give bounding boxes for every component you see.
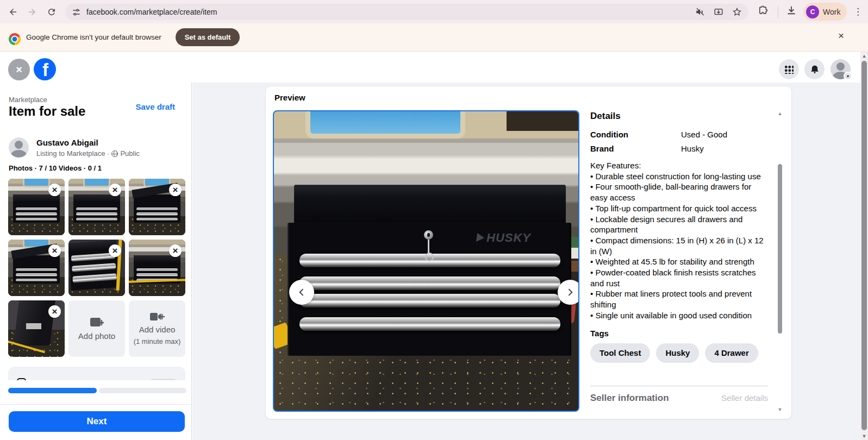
description-line: • Single unit available in good used con… <box>590 310 770 321</box>
install-icon[interactable] <box>714 7 723 17</box>
next-button[interactable]: Next <box>9 411 185 432</box>
preview-card: Preview <box>265 86 792 419</box>
main-content: Preview <box>192 83 860 440</box>
remove-photo-button[interactable]: × <box>169 244 182 257</box>
details-scrollbar: ▲ ▼ <box>776 111 784 412</box>
globe-icon <box>111 150 118 157</box>
banner-text: Google Chrome isn't your default browser <box>26 33 161 41</box>
bookmark-star-icon[interactable] <box>732 7 742 17</box>
reload-icon[interactable] <box>44 4 59 20</box>
sidebar-divider <box>0 404 192 405</box>
mute-icon[interactable] <box>695 7 705 17</box>
close-listing-button[interactable]: × <box>8 59 30 80</box>
apps-grid-icon <box>784 65 794 74</box>
facebook-logo[interactable]: f <box>34 58 56 80</box>
chevron-down-icon[interactable]: ▾ <box>844 72 852 80</box>
preview-heading: Preview <box>274 93 305 102</box>
toolbar-divider <box>778 7 778 17</box>
url-text[interactable]: facebook.com/marketplace/create/item <box>86 8 695 16</box>
thumb-tool-chest <box>13 255 59 284</box>
add-photo-button[interactable]: Add photo <box>68 300 125 357</box>
extensions-icon[interactable] <box>758 5 769 18</box>
listing-audience: Listing to Marketplace · Public <box>36 149 140 158</box>
chrome-logo-icon <box>9 33 21 45</box>
add-photo-icon <box>90 317 104 329</box>
photo-thumbnail[interactable]: × <box>8 240 65 296</box>
thumb-window <box>23 179 50 187</box>
description-line: • Weighted at 45.5 lb for stability and … <box>590 256 770 267</box>
husky-dog-icon <box>476 233 485 243</box>
scrollbar-thumb[interactable] <box>861 61 867 430</box>
site-info-icon[interactable] <box>72 8 81 17</box>
apps-menu-button[interactable] <box>779 59 799 79</box>
photo-thumbnail[interactable]: × <box>68 240 125 296</box>
carousel-previous-button[interactable] <box>289 280 314 305</box>
photo-thumbnail[interactable]: × <box>8 179 65 235</box>
address-bar[interactable]: facebook.com/marketplace/create/item <box>65 4 748 20</box>
detail-value: Husky <box>681 144 704 153</box>
window-scrollbar: ▲ ▼ <box>860 52 868 440</box>
carousel-next-button[interactable] <box>558 280 579 305</box>
husky-logo: HUSKY <box>477 231 531 245</box>
browser-profile-chip[interactable]: C Work <box>803 3 847 21</box>
detail-label: Brand <box>590 144 681 153</box>
remove-photo-button[interactable]: × <box>48 305 61 318</box>
tag-pill[interactable]: Tool Chest <box>590 343 650 363</box>
scroll-up-arrow[interactable]: ▲ <box>860 53 868 59</box>
detail-row: Brand Husky <box>590 144 770 153</box>
detail-row: Condition Used - Good <box>590 130 770 139</box>
description-line: • Lockable design secures all drawers an… <box>590 214 770 235</box>
save-draft-link[interactable]: Save draft <box>135 102 175 111</box>
tag-pill[interactable]: 4 Drawer <box>705 343 758 363</box>
phone-icon <box>17 378 26 380</box>
description-line: • Compact dimensions: 15 in (H) x 26 in … <box>590 235 770 256</box>
photo-thumbnail[interactable]: × <box>68 179 125 235</box>
description: Key Features: • Durable steel constructi… <box>590 160 770 321</box>
keyhole <box>424 230 433 240</box>
thumb-window <box>83 179 110 187</box>
seller-name: Gustavo Abigail <box>36 138 98 147</box>
remove-photo-button[interactable]: × <box>169 184 182 196</box>
description-line: • Durable steel construction for long-la… <box>590 171 770 182</box>
browser-window: facebook.com/marketplace/create/item <box>0 0 868 440</box>
facebook-header: × f ▾ <box>0 52 868 83</box>
photo-thumbnail[interactable]: × <box>129 179 185 235</box>
add-video-button[interactable]: Add video (1 minute max) <box>129 300 185 357</box>
scroll-up-arrow[interactable]: ▲ <box>777 111 783 116</box>
chevron-right-icon <box>565 287 576 298</box>
scroll-down-arrow[interactable]: ▼ <box>860 433 868 439</box>
banner-close-icon[interactable]: × <box>838 30 844 42</box>
back-icon[interactable] <box>5 4 21 20</box>
download-icon[interactable] <box>786 5 797 18</box>
detail-value: Used - Good <box>681 130 727 139</box>
remove-photo-button[interactable]: × <box>48 184 61 196</box>
set-as-default-button[interactable]: Set as default <box>176 28 240 46</box>
upload-banner-toggle[interactable] <box>147 379 179 380</box>
description-line: Key Features: <box>590 160 770 171</box>
details-heading: Details <box>590 111 770 122</box>
scrollbar-thumb[interactable] <box>778 164 782 334</box>
progress-step-complete <box>8 388 97 393</box>
browser-menu-icon[interactable]: ⋮ <box>853 4 863 20</box>
create-listing-sidebar: Marketplace Item for sale Save draft Gus… <box>0 83 192 440</box>
description-line: • Powder-coated black finish resists scr… <box>590 267 770 288</box>
drawer-handle <box>299 276 560 290</box>
photo-dark-corner <box>507 111 579 131</box>
photo-thumbnail[interactable]: × <box>8 300 65 357</box>
tag-pill[interactable]: Husky <box>656 343 699 363</box>
tool-chest-lid <box>294 185 566 227</box>
remove-photo-button[interactable]: × <box>48 244 61 257</box>
upload-banner: Upload photos directly from your <box>8 367 185 380</box>
forward-icon[interactable] <box>24 4 40 20</box>
scroll-down-arrow[interactable]: ▼ <box>777 407 783 412</box>
add-video-limit: (1 minute max) <box>134 337 181 346</box>
photo-thumbnail[interactable]: × <box>129 240 185 296</box>
notifications-button[interactable] <box>804 59 825 79</box>
tags-heading: Tags <box>590 329 770 338</box>
tool-chest: HUSKY <box>288 185 571 356</box>
seller-information-row: Seller information Seller details <box>590 386 768 404</box>
remove-photo-button[interactable]: × <box>109 244 121 257</box>
remove-photo-button[interactable]: × <box>109 184 121 196</box>
drawer-handle <box>299 294 560 307</box>
detail-label: Condition <box>590 130 681 139</box>
